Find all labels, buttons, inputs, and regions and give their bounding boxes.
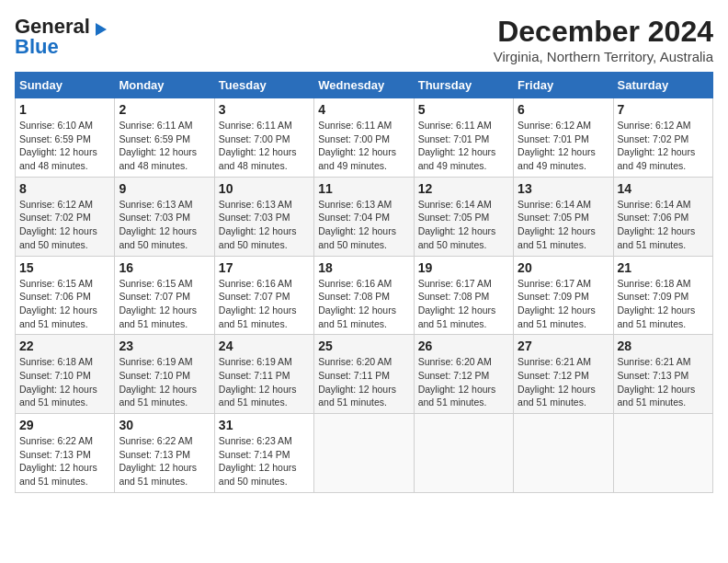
- table-row: 16Sunrise: 6:15 AM Sunset: 7:07 PM Dayli…: [115, 256, 214, 335]
- day-info: Sunrise: 6:18 AM Sunset: 7:09 PM Dayligh…: [618, 277, 709, 331]
- day-number: 31: [219, 418, 310, 432]
- day-info: Sunrise: 6:10 AM Sunset: 6:59 PM Dayligh…: [19, 119, 110, 173]
- table-row: 13Sunrise: 6:14 AM Sunset: 7:05 PM Dayli…: [514, 177, 613, 256]
- day-number: 9: [119, 181, 210, 196]
- day-number: 24: [219, 339, 310, 353]
- day-number: 4: [318, 102, 409, 117]
- calendar-week-row: 15Sunrise: 6:15 AM Sunset: 7:06 PM Dayli…: [16, 256, 713, 335]
- day-number: 10: [219, 181, 310, 196]
- table-row: 25Sunrise: 6:20 AM Sunset: 7:11 PM Dayli…: [314, 335, 414, 414]
- day-info: Sunrise: 6:20 AM Sunset: 7:11 PM Dayligh…: [318, 355, 409, 409]
- day-number: 13: [518, 181, 609, 196]
- day-number: 23: [119, 339, 210, 353]
- day-number: 15: [19, 260, 110, 275]
- table-row: 2Sunrise: 6:11 AM Sunset: 6:59 PM Daylig…: [115, 98, 214, 178]
- day-number: 18: [318, 260, 409, 275]
- table-row: [314, 414, 414, 493]
- day-info: Sunrise: 6:16 AM Sunset: 7:08 PM Dayligh…: [318, 277, 409, 331]
- day-info: Sunrise: 6:13 AM Sunset: 7:04 PM Dayligh…: [318, 198, 409, 252]
- day-number: 17: [219, 260, 310, 275]
- day-number: 1: [19, 102, 110, 117]
- day-info: Sunrise: 6:12 AM Sunset: 7:02 PM Dayligh…: [618, 119, 709, 173]
- day-number: 11: [318, 181, 409, 196]
- table-row: 7Sunrise: 6:12 AM Sunset: 7:02 PM Daylig…: [613, 98, 712, 178]
- day-number: 21: [618, 260, 709, 275]
- day-info: Sunrise: 6:14 AM Sunset: 7:05 PM Dayligh…: [518, 198, 609, 252]
- col-saturday: Saturday: [613, 73, 712, 98]
- day-info: Sunrise: 6:21 AM Sunset: 7:13 PM Dayligh…: [618, 355, 709, 409]
- calendar-week-row: 1Sunrise: 6:10 AM Sunset: 6:59 PM Daylig…: [16, 98, 713, 178]
- day-number: 5: [418, 102, 509, 117]
- table-row: 4Sunrise: 6:11 AM Sunset: 7:00 PM Daylig…: [314, 98, 414, 178]
- logo-arrow-icon: [96, 23, 107, 36]
- day-number: 27: [518, 339, 609, 353]
- day-number: 3: [219, 102, 310, 117]
- col-friday: Friday: [514, 73, 613, 98]
- day-info: Sunrise: 6:11 AM Sunset: 7:00 PM Dayligh…: [219, 119, 310, 173]
- col-thursday: Thursday: [414, 73, 513, 98]
- col-wednesday: Wednesday: [314, 73, 414, 98]
- day-info: Sunrise: 6:21 AM Sunset: 7:12 PM Dayligh…: [518, 355, 609, 409]
- day-number: 6: [518, 102, 609, 117]
- day-number: 12: [418, 181, 509, 196]
- day-info: Sunrise: 6:14 AM Sunset: 7:05 PM Dayligh…: [418, 198, 509, 252]
- title-area: December 2024 Virginia, Northern Territo…: [494, 15, 713, 64]
- table-row: 18Sunrise: 6:16 AM Sunset: 7:08 PM Dayli…: [314, 256, 414, 335]
- table-row: 6Sunrise: 6:12 AM Sunset: 7:01 PM Daylig…: [514, 98, 613, 178]
- day-info: Sunrise: 6:20 AM Sunset: 7:12 PM Dayligh…: [418, 355, 509, 409]
- calendar-header-row: Sunday Monday Tuesday Wednesday Thursday…: [16, 73, 713, 98]
- day-number: 25: [318, 339, 409, 353]
- table-row: [613, 414, 712, 493]
- table-row: 8Sunrise: 6:12 AM Sunset: 7:02 PM Daylig…: [16, 177, 115, 256]
- table-row: 22Sunrise: 6:18 AM Sunset: 7:10 PM Dayli…: [16, 335, 115, 414]
- day-number: 7: [618, 102, 709, 117]
- day-number: 16: [119, 260, 210, 275]
- table-row: 17Sunrise: 6:16 AM Sunset: 7:07 PM Dayli…: [214, 256, 313, 335]
- table-row: 23Sunrise: 6:19 AM Sunset: 7:10 PM Dayli…: [115, 335, 214, 414]
- day-info: Sunrise: 6:19 AM Sunset: 7:10 PM Dayligh…: [119, 355, 210, 409]
- calendar-week-row: 8Sunrise: 6:12 AM Sunset: 7:02 PM Daylig…: [16, 177, 713, 256]
- page-title: December 2024: [494, 15, 713, 49]
- logo-general: General: [15, 15, 90, 38]
- table-row: 5Sunrise: 6:11 AM Sunset: 7:01 PM Daylig…: [414, 98, 513, 178]
- table-row: 11Sunrise: 6:13 AM Sunset: 7:04 PM Dayli…: [314, 177, 414, 256]
- day-number: 22: [19, 339, 110, 353]
- day-info: Sunrise: 6:17 AM Sunset: 7:09 PM Dayligh…: [518, 277, 609, 331]
- table-row: 1Sunrise: 6:10 AM Sunset: 6:59 PM Daylig…: [16, 98, 115, 178]
- table-row: [414, 414, 513, 493]
- day-info: Sunrise: 6:18 AM Sunset: 7:10 PM Dayligh…: [19, 355, 110, 409]
- table-row: 19Sunrise: 6:17 AM Sunset: 7:08 PM Dayli…: [414, 256, 513, 335]
- day-info: Sunrise: 6:17 AM Sunset: 7:08 PM Dayligh…: [418, 277, 509, 331]
- table-row: 26Sunrise: 6:20 AM Sunset: 7:12 PM Dayli…: [414, 335, 513, 414]
- day-number: 2: [119, 102, 210, 117]
- day-info: Sunrise: 6:22 AM Sunset: 7:13 PM Dayligh…: [119, 434, 210, 488]
- day-info: Sunrise: 6:14 AM Sunset: 7:06 PM Dayligh…: [618, 198, 709, 252]
- calendar-week-row: 22Sunrise: 6:18 AM Sunset: 7:10 PM Dayli…: [16, 335, 713, 414]
- table-row: 10Sunrise: 6:13 AM Sunset: 7:03 PM Dayli…: [214, 177, 313, 256]
- day-info: Sunrise: 6:23 AM Sunset: 7:14 PM Dayligh…: [219, 434, 310, 488]
- day-number: 26: [418, 339, 509, 353]
- table-row: 15Sunrise: 6:15 AM Sunset: 7:06 PM Dayli…: [16, 256, 115, 335]
- col-sunday: Sunday: [16, 73, 115, 98]
- table-row: [514, 414, 613, 493]
- day-info: Sunrise: 6:13 AM Sunset: 7:03 PM Dayligh…: [219, 198, 310, 252]
- table-row: 14Sunrise: 6:14 AM Sunset: 7:06 PM Dayli…: [613, 177, 712, 256]
- day-info: Sunrise: 6:11 AM Sunset: 7:00 PM Dayligh…: [318, 119, 409, 173]
- day-info: Sunrise: 6:11 AM Sunset: 7:01 PM Dayligh…: [418, 119, 509, 173]
- day-info: Sunrise: 6:16 AM Sunset: 7:07 PM Dayligh…: [219, 277, 310, 331]
- table-row: 24Sunrise: 6:19 AM Sunset: 7:11 PM Dayli…: [214, 335, 313, 414]
- calendar-table: Sunday Monday Tuesday Wednesday Thursday…: [15, 72, 713, 493]
- day-info: Sunrise: 6:15 AM Sunset: 7:07 PM Dayligh…: [119, 277, 210, 331]
- day-number: 30: [119, 418, 210, 432]
- day-info: Sunrise: 6:11 AM Sunset: 6:59 PM Dayligh…: [119, 119, 210, 173]
- page-header: General Blue December 2024 Virginia, Nor…: [15, 15, 713, 64]
- day-info: Sunrise: 6:12 AM Sunset: 7:02 PM Dayligh…: [19, 198, 110, 252]
- day-number: 28: [618, 339, 709, 353]
- table-row: 27Sunrise: 6:21 AM Sunset: 7:12 PM Dayli…: [514, 335, 613, 414]
- table-row: 21Sunrise: 6:18 AM Sunset: 7:09 PM Dayli…: [613, 256, 712, 335]
- table-row: 31Sunrise: 6:23 AM Sunset: 7:14 PM Dayli…: [214, 414, 313, 493]
- page-subtitle: Virginia, Northern Territory, Australia: [494, 49, 713, 64]
- day-number: 20: [518, 260, 609, 275]
- day-number: 19: [418, 260, 509, 275]
- day-info: Sunrise: 6:19 AM Sunset: 7:11 PM Dayligh…: [219, 355, 310, 409]
